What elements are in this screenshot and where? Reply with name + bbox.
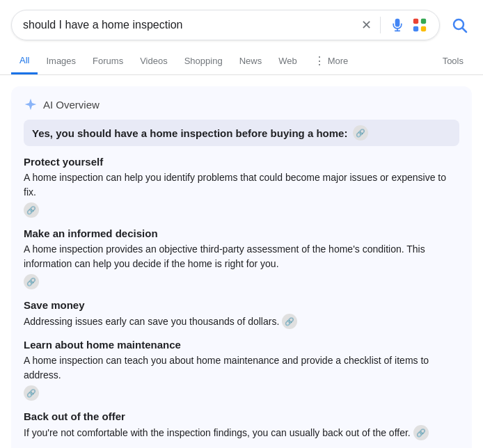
svg-marker-8 xyxy=(25,99,37,111)
ai-overview-header: AI Overview xyxy=(24,97,459,111)
section-title-2: Save money xyxy=(24,299,459,311)
search-button[interactable] xyxy=(447,13,472,38)
section-body-text-1: A home inspection provides an objective … xyxy=(24,242,459,271)
search-bar: should I have a home inspection ✕ xyxy=(11,10,440,40)
section-title-4: Back out of the offer xyxy=(24,410,459,422)
section-title-0: Protect yourself xyxy=(24,156,459,168)
svg-rect-5 xyxy=(421,26,426,31)
tab-images[interactable]: Images xyxy=(38,49,84,73)
section-body-row-3: A home inspection can teach you about ho… xyxy=(24,353,459,401)
section-3-link-chip[interactable]: 🔗 xyxy=(24,385,39,401)
ai-sparkle-icon xyxy=(24,97,38,111)
section-title-3: Learn about home maintenance xyxy=(24,339,459,351)
section-back-out: Back out of the offer If you're not comf… xyxy=(24,410,459,440)
search-input[interactable]: should I have a home inspection xyxy=(23,19,356,31)
ai-overview-label: AI Overview xyxy=(43,99,100,111)
voice-icon[interactable] xyxy=(389,17,406,33)
tab-all[interactable]: All xyxy=(11,48,38,74)
nav-tabs: All Images Forums Videos Shopping News W… xyxy=(0,47,483,75)
lens-icon[interactable] xyxy=(411,17,428,33)
tab-web[interactable]: Web xyxy=(270,49,306,73)
search-divider xyxy=(380,17,381,33)
tab-tools[interactable]: Tools xyxy=(434,49,472,73)
svg-rect-3 xyxy=(421,19,426,24)
section-informed-decision: Make an informed decision A home inspect… xyxy=(24,227,459,289)
tab-more[interactable]: ⋮ More xyxy=(306,47,357,74)
main-answer-text: Yes, you should have a home inspection b… xyxy=(32,127,347,139)
section-body-row-1: A home inspection provides an objective … xyxy=(24,242,459,289)
section-title-1: Make an informed decision xyxy=(24,227,459,239)
tab-shopping[interactable]: Shopping xyxy=(176,49,231,73)
section-2-link-chip[interactable]: 🔗 xyxy=(282,314,297,329)
search-bar-container: should I have a home inspection ✕ xyxy=(0,0,483,47)
section-body-text-0: A home inspection can help you identify … xyxy=(24,170,459,200)
section-body-text-4: If you're not comfortable with the inspe… xyxy=(24,426,411,440)
section-home-maintenance: Learn about home maintenance A home insp… xyxy=(24,339,459,401)
tab-news[interactable]: News xyxy=(231,49,271,73)
section-body-text-2: Addressing issues early can save you tho… xyxy=(24,314,279,329)
tab-forums[interactable]: Forums xyxy=(84,49,132,73)
svg-line-7 xyxy=(463,29,467,33)
section-body-row-4: If you're not comfortable with the inspe… xyxy=(24,425,459,440)
ai-overview-container: AI Overview Yes, you should have a home … xyxy=(11,86,472,448)
section-save-money: Save money Addressing issues early can s… xyxy=(24,299,459,329)
main-answer: Yes, you should have a home inspection b… xyxy=(24,120,459,146)
section-body-text-3: A home inspection can teach you about ho… xyxy=(24,353,459,383)
section-protect-yourself: Protect yourself A home inspection can h… xyxy=(24,156,459,218)
svg-rect-4 xyxy=(413,26,418,31)
section-4-link-chip[interactable]: 🔗 xyxy=(413,425,429,440)
tab-videos[interactable]: Videos xyxy=(132,49,176,73)
section-1-link-chip[interactable]: 🔗 xyxy=(24,274,39,289)
section-body-row-0: A home inspection can help you identify … xyxy=(24,170,459,218)
svg-rect-2 xyxy=(413,19,418,24)
section-body-row-2: Addressing issues early can save you tho… xyxy=(24,314,459,329)
section-0-link-chip[interactable]: 🔗 xyxy=(24,202,39,218)
clear-icon[interactable]: ✕ xyxy=(361,17,372,33)
main-answer-link-chip[interactable]: 🔗 xyxy=(353,125,368,141)
